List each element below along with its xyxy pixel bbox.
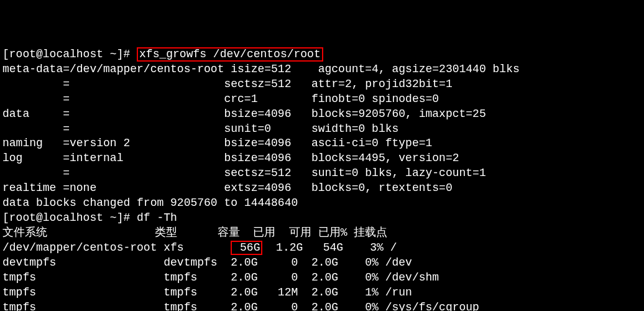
- df-row: /dev/mapper/centos-root xfs 56G 1.2G 54G…: [2, 241, 642, 256]
- df-header: 文件系统 类型 容量 已用 可用 已用% 挂载点: [2, 226, 642, 241]
- df-row: devtmpfs devtmpfs 2.0G 0 2.0G 0% /dev: [2, 256, 642, 271]
- xfs-output-line: data = bsize=4096 blocks=9205760, imaxpc…: [2, 107, 642, 122]
- xfs-output-line: = sunit=0 swidth=0 blks: [2, 122, 642, 137]
- df-row-suffix: 1.2G 54G 3% /: [262, 241, 397, 254]
- xfs-output-line: realtime =none extsz=4096 blocks=0, rtex…: [2, 181, 642, 196]
- xfs-output-line: = sectsz=512 attr=2, projid32bit=1: [2, 77, 642, 92]
- df-row: tmpfs tmpfs 2.0G 12M 2.0G 1% /run: [2, 285, 642, 300]
- prompt-prefix: [root@localhost ~]#: [2, 48, 137, 60]
- df-row: tmpfs tmpfs 2.0G 0 2.0G 0% /sys/fs/cgrou…: [2, 300, 642, 311]
- xfs-output-line: naming =version 2 bsize=4096 ascii-ci=0 …: [2, 136, 642, 151]
- xfs-output-line: = sectsz=512 sunit=0 blks, lazy-count=1: [2, 166, 642, 181]
- xfs-output-line: data blocks changed from 9205760 to 1444…: [2, 196, 642, 211]
- xfs-output-line: meta-data=/dev/mapper/centos-root isize=…: [2, 62, 642, 77]
- df-row-prefix: /dev/mapper/centos-root xfs: [2, 241, 231, 254]
- command-xfs-growfs: xfs_growfs /dev/centos/root: [137, 47, 323, 62]
- prompt-line-1[interactable]: [root@localhost ~]# xfs_growfs /dev/cent…: [2, 47, 642, 62]
- prompt-line-2[interactable]: [root@localhost ~]# df -Th: [2, 211, 642, 226]
- xfs-output-line: = crc=1 finobt=0 spinodes=0: [2, 92, 642, 107]
- df-size-highlight: 56G: [231, 241, 262, 255]
- xfs-output-line: log =internal bsize=4096 blocks=4495, ve…: [2, 151, 642, 166]
- df-row: tmpfs tmpfs 2.0G 0 2.0G 0% /dev/shm: [2, 271, 642, 285]
